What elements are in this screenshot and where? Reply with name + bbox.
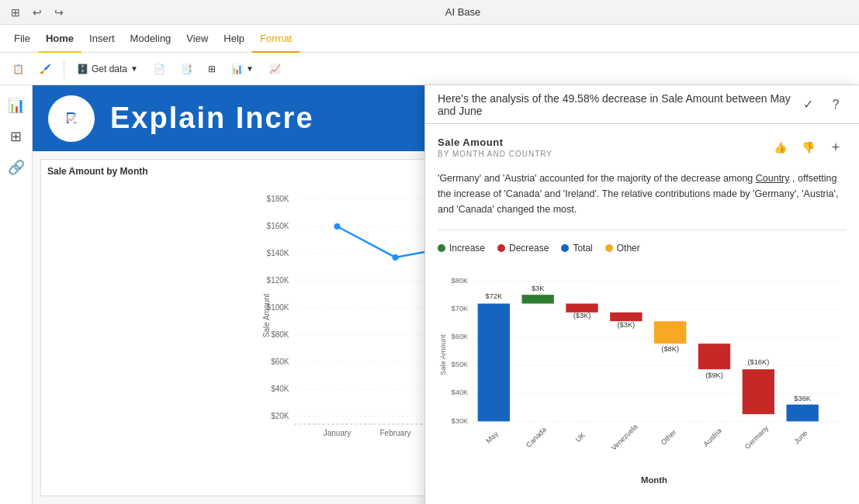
svg-text:($3K): ($3K) — [573, 312, 591, 319]
menu-insert[interactable]: Insert — [81, 25, 123, 53]
waterfall-svg: $80K $70K $60K $50K $40K $30K — [438, 263, 847, 504]
svg-text:($8K): ($8K) — [661, 345, 679, 353]
chart-legend: Increase Decrease Total Other — [438, 243, 847, 254]
calc-icon: 📈 — [269, 64, 281, 74]
thumbs-up-button[interactable]: 👍 — [769, 136, 791, 158]
svg-text:$70K: $70K — [452, 305, 469, 312]
other-label: Other — [617, 243, 640, 254]
svg-text:UK: UK — [574, 430, 587, 444]
thumbs-down-button[interactable]: 👎 — [797, 136, 819, 158]
svg-text:($3K): ($3K) — [617, 321, 635, 329]
svg-text:$3K: $3K — [532, 285, 545, 292]
visual-calc-button[interactable]: 📈 — [263, 56, 287, 82]
bar-germany — [743, 369, 774, 414]
chevron-down-icon-2: ▼ — [246, 64, 254, 73]
sidebar-report-icon[interactable]: 📊 — [2, 91, 30, 119]
svg-text:$120K: $120K — [267, 276, 289, 285]
svg-text:May: May — [484, 430, 500, 445]
svg-text:$80K: $80K — [271, 330, 289, 339]
separator-1 — [64, 60, 64, 78]
transform-icon: 📊 — [231, 64, 243, 74]
menu-format[interactable]: Format — [252, 25, 300, 53]
undo-icon[interactable]: ↩ — [29, 5, 45, 20]
svg-text:Month: Month — [641, 475, 667, 485]
svg-text:$140K: $140K — [267, 249, 289, 257]
ai-analysis-panel: Here's the analysis of the 49.58% decrea… — [424, 85, 859, 504]
svg-text:$72K: $72K — [485, 292, 502, 300]
legend-other: Other — [605, 243, 640, 254]
main-content: 📊 ⊞ 🔗 R 📈 Explain Incre Sale Amount by M… — [0, 85, 859, 504]
add-button[interactable]: + — [825, 136, 847, 158]
table-btn[interactable]: ⊞ — [202, 56, 222, 82]
get-data-button[interactable]: 🗄️ Get data ▼ — [71, 56, 144, 82]
sidebar-model-icon[interactable]: 🔗 — [2, 154, 30, 181]
increase-label: Increase — [449, 243, 485, 254]
sql-icon: 📑 — [181, 64, 192, 74]
svg-text:$60K: $60K — [452, 333, 469, 340]
grid-icon[interactable]: ⊞ — [8, 5, 23, 20]
toolbar: 📋 🖌️ 🗄️ Get data ▼ 📄 📑 ⊞ 📊 ▼ 📈 — [0, 53, 859, 85]
title-bar: ⊞ ↩ ↪ AI Base — [0, 0, 859, 25]
database-icon: 🗄️ — [77, 64, 88, 74]
total-label: Total — [573, 243, 592, 254]
redo-icon[interactable]: ↪ — [51, 5, 67, 20]
get-data-label: Get data — [92, 64, 127, 74]
transform-button[interactable]: 📊 ▼ — [225, 56, 260, 82]
left-sidebar: 📊 ⊞ 🔗 — [0, 85, 33, 504]
canvas-title: Explain Incre — [110, 102, 314, 135]
menu-help[interactable]: Help — [216, 25, 252, 53]
logo-chart: 📈 — [67, 114, 76, 123]
ai-help-button[interactable]: ? — [825, 94, 847, 116]
menu-view[interactable]: View — [178, 25, 216, 53]
svg-text:$80K: $80K — [452, 277, 469, 285]
svg-text:$30K: $30K — [452, 417, 469, 425]
legend-increase: Increase — [438, 243, 485, 254]
paint-icon: 🖌️ — [40, 64, 51, 74]
svg-text:$36K: $36K — [794, 395, 811, 402]
legend-total: Total — [561, 243, 592, 254]
legend-decrease: Decrease — [497, 243, 549, 254]
svg-text:($16K): ($16K) — [747, 358, 769, 366]
data-point-jan — [334, 223, 341, 230]
menu-bar: File Home Insert Modeling View Help Form… — [0, 25, 859, 53]
increase-dot — [438, 244, 445, 252]
menu-file[interactable]: File — [6, 25, 38, 53]
svg-text:Other: Other — [660, 428, 677, 446]
ai-confirm-button[interactable]: ✓ — [797, 94, 819, 116]
svg-text:$40K: $40K — [271, 385, 289, 393]
svg-text:Venezuela: Venezuela — [610, 423, 639, 452]
bar-other — [654, 321, 686, 343]
menu-home[interactable]: Home — [38, 25, 81, 53]
ai-input-actions: ✓ ? — [797, 94, 847, 116]
table-icon: ⊞ — [208, 64, 216, 74]
svg-text:Germany: Germany — [743, 424, 770, 450]
svg-text:Sale Amount: Sale Amount — [262, 293, 271, 337]
data-point-feb — [393, 254, 399, 261]
bar-canada — [522, 295, 554, 303]
decrease-dot — [497, 244, 505, 252]
ai-panel-body[interactable]: Sale Amount BY MONTH AND COUNTRY 👍 👎 + '… — [425, 124, 859, 504]
canvas-logo: R 📈 — [48, 95, 95, 142]
svg-text:June: June — [792, 429, 809, 445]
decrease-label: Decrease — [509, 243, 549, 254]
ai-input-bar: Here's the analysis of the 49.58% decrea… — [425, 85, 859, 124]
svg-text:$50K: $50K — [452, 361, 469, 368]
svg-text:Austria: Austria — [702, 426, 724, 448]
svg-text:Canada: Canada — [525, 425, 549, 449]
paste-button[interactable]: 📋 — [6, 56, 30, 82]
excel-button[interactable]: 📄 — [147, 56, 171, 82]
svg-text:$160K: $160K — [267, 222, 289, 230]
bar-austria — [698, 343, 730, 369]
svg-text:$20K: $20K — [271, 412, 289, 420]
ai-input-text: Here's the analysis of the 49.58% decrea… — [438, 92, 791, 117]
title-bar-text: AI Base — [74, 6, 851, 18]
bar-may — [478, 304, 510, 422]
bar-june — [787, 405, 819, 422]
svg-text:$40K: $40K — [452, 388, 469, 396]
chart-section-title: Sale Amount — [438, 136, 552, 148]
sidebar-table-icon[interactable]: ⊞ — [2, 123, 30, 150]
svg-text:($9K): ($9K) — [705, 371, 723, 379]
menu-modeling[interactable]: Modeling — [123, 25, 179, 53]
sql-button[interactable]: 📑 — [175, 56, 199, 82]
paint-button[interactable]: 🖌️ — [33, 56, 57, 82]
